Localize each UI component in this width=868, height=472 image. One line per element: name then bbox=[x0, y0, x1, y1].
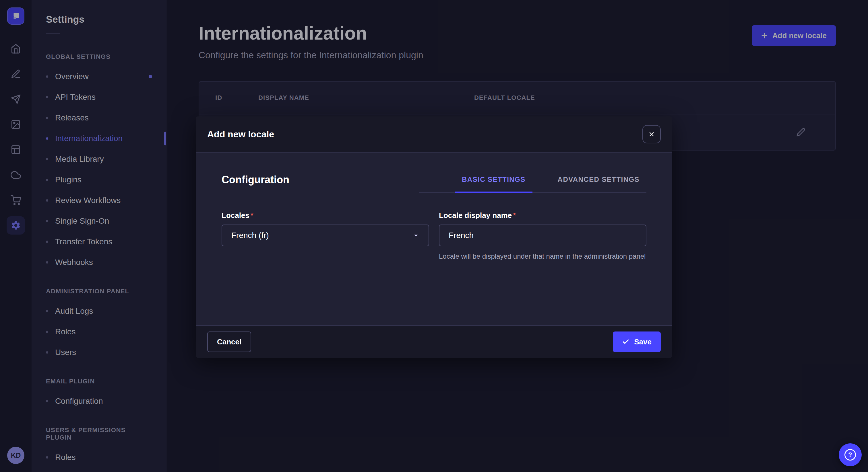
display-name-label: Locale display name* bbox=[439, 211, 646, 220]
configuration-title: Configuration bbox=[222, 174, 289, 186]
locales-field: Locales* French (fr) bbox=[222, 211, 429, 262]
modal-title: Add new locale bbox=[207, 129, 274, 140]
check-icon bbox=[622, 338, 629, 345]
help-button[interactable]: ? bbox=[839, 443, 862, 466]
display-name-input[interactable] bbox=[439, 225, 646, 246]
modal-body: Configuration BASIC SETTINGSADVANCED SET… bbox=[196, 153, 672, 325]
locale-form-row: Locales* French (fr) Locale display name… bbox=[222, 211, 646, 262]
locales-label: Locales* bbox=[222, 211, 429, 220]
display-name-hint: Locale will be displayed under that name… bbox=[439, 251, 646, 262]
modal-tabs: BASIC SETTINGSADVANCED SETTINGS bbox=[419, 172, 646, 193]
modal-header: Add new locale bbox=[196, 116, 672, 153]
required-asterisk: * bbox=[513, 211, 516, 220]
question-icon: ? bbox=[844, 449, 856, 461]
add-locale-modal: Add new locale Configuration BASIC SETTI… bbox=[196, 116, 672, 358]
configuration-header-row: Configuration BASIC SETTINGSADVANCED SET… bbox=[222, 172, 646, 193]
tab-basic-settings[interactable]: BASIC SETTINGS bbox=[455, 172, 532, 192]
strapi-settings-page: KD Settings GLOBAL SETTINGSOverviewAPI T… bbox=[0, 0, 868, 472]
locales-select[interactable]: French (fr) bbox=[222, 225, 429, 246]
save-button[interactable]: Save bbox=[613, 332, 661, 352]
locales-select-value: French (fr) bbox=[231, 231, 269, 240]
required-asterisk: * bbox=[251, 211, 253, 220]
close-icon bbox=[648, 131, 655, 138]
cancel-button[interactable]: Cancel bbox=[207, 332, 251, 352]
display-name-field: Locale display name* Locale will be disp… bbox=[439, 211, 646, 262]
save-button-label: Save bbox=[634, 338, 652, 346]
modal-close-button[interactable] bbox=[642, 125, 661, 143]
caret-down-icon bbox=[412, 232, 420, 239]
modal-footer: Cancel Save bbox=[196, 325, 672, 358]
tab-advanced-settings[interactable]: ADVANCED SETTINGS bbox=[551, 172, 646, 192]
